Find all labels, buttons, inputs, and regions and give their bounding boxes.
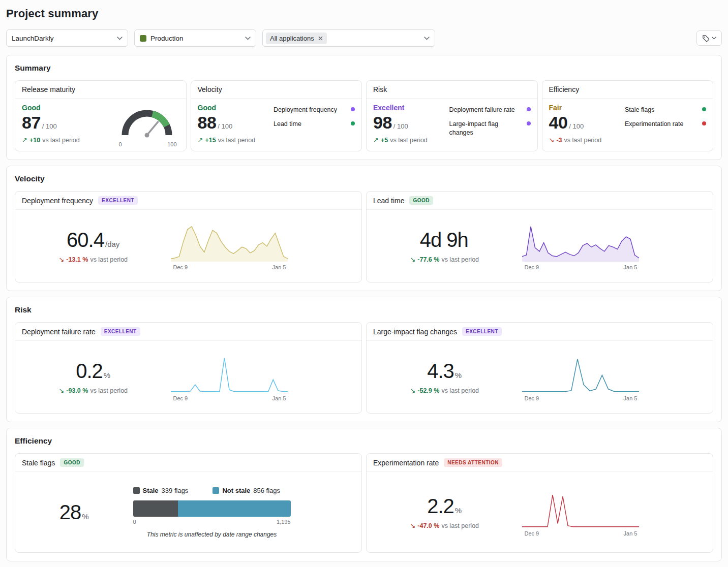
metric-card-deployment-frequency: Deployment frequency EXCELLENT 60.4 /day…	[15, 191, 362, 282]
score-value: 87	[22, 113, 41, 133]
x-axis-start-label: Dec 9	[524, 264, 539, 270]
summary-card-release-maturity: Release maturity Good 87 / 100 ↗ +10 vs …	[15, 80, 187, 151]
metric-label: Experimentation rate	[625, 120, 683, 128]
delta-suffix: vs last period	[390, 137, 428, 144]
metric-card-stale-flags: Stale flags GOOD 28 % St	[15, 453, 362, 553]
delta-suffix: vs last period	[218, 137, 256, 144]
deployment-frequency-chart: Dec 9 Jan 5	[171, 222, 288, 270]
delta-row: ↘ -47.0 % vs last period	[410, 522, 479, 529]
delta-row: ↘ -93.0 % vs last period	[58, 387, 128, 394]
delta-value: -47.0 %	[417, 522, 439, 529]
x-axis-end-label: Jan 5	[272, 264, 286, 270]
environment-color-swatch	[140, 35, 146, 42]
delta-row: ↗ +10 vs last period	[22, 136, 112, 144]
gauge-arc	[116, 107, 179, 141]
delta-row: ↘ -52.9 % vs last period	[410, 387, 479, 394]
remove-application-icon[interactable]	[318, 36, 323, 41]
legend-swatch	[213, 487, 219, 494]
status-badge: EXCELLENT	[98, 196, 138, 205]
summary-metric-stale-flags: Stale flags	[625, 106, 706, 114]
summary-metric-lead-time: Lead time	[274, 120, 355, 128]
metric-status-dot	[527, 107, 531, 111]
delta-row: ↘ -77.6 % vs last period	[410, 256, 479, 263]
flag-filter-button[interactable]	[696, 30, 722, 46]
summary-heading: Summary	[15, 64, 713, 73]
rating-label: Good	[22, 104, 112, 112]
metric-label: Stale flags	[625, 106, 654, 114]
gauge-max-label: 100	[167, 141, 176, 147]
filter-toolbar: LaunchDarkly Production All applications	[6, 29, 722, 47]
metric-status-dot	[527, 121, 531, 125]
score-value: 98	[373, 113, 392, 133]
delta-value: -13.1 %	[66, 256, 88, 263]
metric-label: Deployment frequency	[274, 106, 337, 114]
x-axis-start-label: Dec 9	[173, 264, 188, 270]
rating-label: Excellent	[373, 104, 445, 112]
score-value: 88	[198, 113, 217, 133]
metric-card-title: Deployment frequency	[22, 197, 93, 205]
page-title: Project summary	[6, 7, 722, 20]
project-select[interactable]: LaunchDarkly	[6, 29, 128, 47]
summary-metric-list: Deployment frequency Lead time	[274, 104, 355, 144]
status-badge: NEEDS ATTENTION	[444, 458, 502, 467]
delta-suffix: vs last period	[564, 137, 602, 144]
metric-card-lead-time: Lead time GOOD 4d 9h ↘ -77.6 % vs last p…	[366, 191, 713, 282]
environment-select[interactable]: Production	[134, 29, 256, 47]
stacked-bar	[133, 500, 291, 517]
velocity-heading: Velocity	[15, 174, 713, 183]
delta-row: ↘ -13.1 % vs last period	[58, 256, 128, 263]
metric-value: 60.4	[67, 229, 104, 251]
summary-metric-list: Deployment failure rate Large-impact fla…	[449, 104, 531, 144]
score-value: 40	[549, 113, 568, 133]
card-title: Velocity	[198, 85, 222, 93]
summary-metric-list: Stale flags Experimentation rate	[625, 104, 706, 144]
metric-value: 4.3	[427, 360, 454, 383]
summary-metric-deployment-frequency: Deployment frequency	[274, 106, 355, 114]
x-axis-end-label: Jan 5	[624, 530, 638, 537]
metric-unit: %	[455, 506, 462, 515]
trend-down-icon: ↘	[410, 522, 415, 529]
rating-label: Fair	[549, 104, 621, 112]
delta-value: -77.6 %	[417, 256, 439, 263]
efficiency-heading: Efficiency	[15, 436, 713, 446]
metric-card-title: Stale flags	[22, 459, 55, 467]
delta-row: ↘ -3 vs last period	[549, 136, 621, 144]
delta-value: +10	[29, 137, 40, 144]
delta-suffix: vs last period	[441, 256, 479, 263]
application-chip-label: All applications	[270, 35, 314, 42]
status-badge: EXCELLENT	[101, 327, 140, 336]
metric-card-experimentation-rate: Experimentation rate NEEDS ATTENTION 2.2…	[366, 453, 713, 553]
metric-card-title: Deployment failure rate	[22, 328, 96, 336]
metric-value: 0.2	[76, 360, 103, 383]
metric-status-dot	[351, 121, 355, 125]
bar-axis-min: 0	[133, 519, 136, 525]
chevron-down-icon	[245, 37, 251, 40]
application-filter-chip: All applications	[266, 33, 327, 44]
metric-unit: %	[104, 371, 110, 380]
project-select-value: LaunchDarkly	[12, 35, 54, 42]
card-title: Release maturity	[22, 85, 75, 93]
metric-label: Deployment failure rate	[449, 106, 515, 114]
metric-card-title: Large-impact flag changes	[373, 328, 457, 336]
delta-suffix: vs last period	[90, 387, 128, 394]
status-badge: GOOD	[409, 196, 433, 205]
gauge-min-label: 0	[119, 141, 122, 147]
trend-down-icon: ↘	[410, 256, 415, 263]
chevron-down-icon	[424, 37, 430, 40]
trend-down-icon: ↘	[58, 387, 64, 394]
metric-card-title: Lead time	[373, 197, 404, 205]
legend-swatch	[133, 487, 140, 494]
delta-suffix: vs last period	[42, 137, 80, 144]
trend-down-icon: ↘	[58, 256, 64, 263]
legend-item-not-stale: Not stale 856 flags	[213, 487, 280, 494]
efficiency-panel: Efficiency Stale flags GOOD 28 %	[6, 428, 722, 561]
metric-card-title: Experimentation rate	[373, 459, 439, 467]
trend-up-icon: ↗	[22, 136, 27, 144]
summary-metric-large-impact-flag-changes: Large-impact flag changes	[449, 120, 531, 137]
x-axis-start-label: Dec 9	[524, 395, 539, 401]
score-denominator: / 100	[218, 122, 232, 130]
applications-select[interactable]: All applications	[262, 29, 435, 47]
stale-flags-chart: Stale 339 flags Not stale 856 flags 0	[133, 487, 291, 538]
velocity-panel: Velocity Deployment frequency EXCELLENT …	[6, 166, 722, 291]
trend-down-icon: ↘	[549, 136, 555, 144]
